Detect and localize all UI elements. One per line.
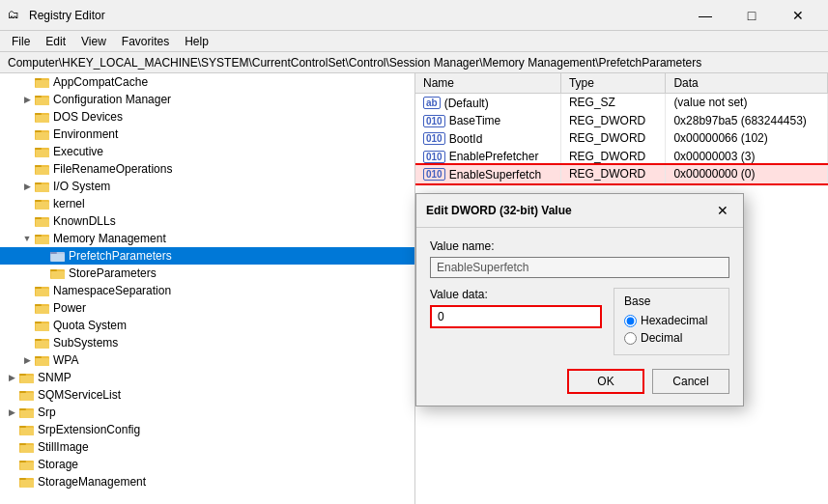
menu-edit[interactable]: Edit bbox=[38, 33, 73, 50]
svg-rect-16 bbox=[35, 165, 42, 167]
menu-view[interactable]: View bbox=[73, 33, 114, 50]
value-data-wrap: Value data: bbox=[430, 288, 602, 328]
hexadecimal-label: Hexadecimal bbox=[641, 314, 707, 327]
close-button[interactable]: ✕ bbox=[776, 3, 820, 28]
menu-help[interactable]: Help bbox=[177, 33, 216, 50]
tree-item-snmp[interactable]: ▶ SNMP bbox=[0, 369, 414, 386]
tree-item-storagemgmt[interactable]: StorageManagement bbox=[0, 473, 414, 490]
maximize-button[interactable]: □ bbox=[729, 3, 774, 28]
expander-dosdev bbox=[19, 109, 35, 125]
hexadecimal-radio[interactable] bbox=[624, 315, 637, 327]
expander-executive bbox=[19, 144, 35, 159]
minimize-button[interactable]: — bbox=[683, 3, 728, 28]
values-row-default[interactable]: ab (Default)REG_SZ(value not set) bbox=[415, 94, 828, 112]
tree-item-prefetchparam[interactable]: PrefetchParameters bbox=[0, 247, 414, 265]
tree-item-appcompat[interactable]: AppCompatCache bbox=[0, 73, 414, 91]
folder-icon-srpextcfg bbox=[19, 422, 35, 437]
expander-namespacesep bbox=[19, 283, 35, 298]
values-row-basetime[interactable]: 010 BaseTimeREG_DWORD0x28b97ba5 (6832444… bbox=[415, 112, 828, 130]
svg-rect-52 bbox=[19, 374, 26, 376]
ok-button[interactable]: OK bbox=[567, 369, 644, 394]
tree-label-filerename: FileRenameOperations bbox=[53, 162, 172, 176]
svg-rect-68 bbox=[20, 462, 34, 470]
expander-knowndlls bbox=[19, 213, 35, 229]
expander-srp: ▶ bbox=[4, 405, 19, 420]
cell-name-enableprefetch: 010 EnablePrefetcher bbox=[415, 148, 560, 166]
tree-item-storeparams[interactable]: StoreParameters bbox=[0, 265, 414, 282]
folder-icon-appcompat bbox=[35, 74, 50, 90]
tree-item-storage[interactable]: Storage bbox=[0, 456, 414, 473]
svg-rect-8 bbox=[36, 115, 49, 123]
decimal-radio[interactable] bbox=[624, 332, 637, 345]
tree-item-subsystems[interactable]: SubSystems bbox=[0, 334, 414, 351]
tree-item-filerename[interactable]: FileRenameOperations bbox=[0, 160, 414, 178]
edit-dword-dialog: Edit DWORD (32-bit) Value ✕ Value name: … bbox=[415, 193, 744, 406]
tree-label-kernel: kernel bbox=[53, 197, 85, 210]
expander-storeparams bbox=[35, 266, 50, 281]
folder-icon-storeparams bbox=[50, 266, 66, 281]
tree-item-sqmsvclist[interactable]: SQMServiceList bbox=[0, 386, 414, 404]
tree-label-wpa: WPA bbox=[53, 353, 78, 367]
folder-icon-kernel bbox=[35, 196, 50, 211]
tree-item-memmgmt[interactable]: ▼ Memory Management bbox=[0, 230, 414, 247]
cell-data-bootid: 0x00000066 (102) bbox=[666, 129, 828, 148]
tree-item-wpa[interactable]: ▶ WPA bbox=[0, 351, 414, 369]
svg-rect-7 bbox=[35, 113, 42, 115]
dialog-close-button[interactable]: ✕ bbox=[712, 200, 733, 221]
expander-stillimage bbox=[4, 439, 19, 455]
values-header-row: Name Type Data bbox=[415, 73, 828, 94]
cancel-button[interactable]: Cancel bbox=[652, 369, 729, 394]
menu-file[interactable]: File bbox=[4, 33, 38, 50]
tree-item-environ[interactable]: Environment bbox=[0, 126, 414, 143]
tree-label-appcompat: AppCompatCache bbox=[53, 75, 148, 89]
tree-item-knowndlls[interactable]: KnownDLLs bbox=[0, 212, 414, 230]
svg-rect-38 bbox=[36, 289, 49, 296]
svg-rect-46 bbox=[35, 339, 42, 341]
expander-snmp: ▶ bbox=[4, 370, 19, 385]
svg-rect-43 bbox=[35, 322, 42, 323]
expander-memmgmt: ▼ bbox=[19, 231, 35, 246]
tree-item-srp[interactable]: ▶ Srp bbox=[0, 404, 414, 421]
expander-storage bbox=[4, 457, 19, 472]
tree-item-executive[interactable]: Executive bbox=[0, 143, 414, 160]
expander-storagemgmt bbox=[4, 474, 19, 490]
folder-icon-environ bbox=[35, 126, 50, 142]
values-row-enablesuperfetch[interactable]: 010 EnableSuperfetchREG_DWORD0x00000000 … bbox=[415, 165, 828, 183]
svg-rect-41 bbox=[36, 306, 49, 314]
title-bar: 🗂 Registry Editor — □ ✕ bbox=[0, 0, 828, 31]
menu-favorites[interactable]: Favorites bbox=[114, 33, 177, 50]
tree-label-prefetchparam: PrefetchParameters bbox=[69, 249, 172, 263]
tree-pane[interactable]: AppCompatCache ▶ Configuration Manager D… bbox=[0, 73, 415, 504]
svg-rect-20 bbox=[36, 184, 49, 192]
folder-icon-power bbox=[35, 300, 50, 316]
tree-item-confmgr[interactable]: ▶ Configuration Manager bbox=[0, 91, 414, 108]
base-label: Base bbox=[624, 294, 719, 308]
values-row-bootid[interactable]: 010 BootIdREG_DWORD0x00000066 (102) bbox=[415, 129, 828, 148]
tree-item-dosdev[interactable]: DOS Devices bbox=[0, 108, 414, 126]
tree-item-quotasys[interactable]: Quota System bbox=[0, 317, 414, 334]
title-bar-left: 🗂 Registry Editor bbox=[8, 8, 105, 23]
cell-data-enableprefetch: 0x00000003 (3) bbox=[666, 148, 828, 166]
cell-data-enablesuperfetch: 0x00000000 (0) bbox=[666, 165, 828, 183]
tree-item-namespacesep[interactable]: NamespaceSeparation bbox=[0, 282, 414, 299]
tree-item-power[interactable]: Power bbox=[0, 299, 414, 317]
radio-decimal-row: Decimal bbox=[624, 331, 719, 345]
tree-item-srpextcfg[interactable]: SrpExtensionConfig bbox=[0, 421, 414, 438]
decimal-label: Decimal bbox=[641, 331, 682, 345]
svg-rect-29 bbox=[36, 237, 49, 244]
svg-rect-4 bbox=[35, 96, 42, 98]
values-row-enableprefetch[interactable]: 010 EnablePrefetcherREG_DWORD0x00000003 … bbox=[415, 148, 828, 166]
expander-confmgr: ▶ bbox=[19, 92, 35, 107]
tree-label-srpextcfg: SrpExtensionConfig bbox=[38, 423, 140, 436]
svg-rect-22 bbox=[35, 200, 42, 202]
tree-item-kernel[interactable]: kernel bbox=[0, 195, 414, 212]
cell-name-basetime: 010 BaseTime bbox=[415, 112, 560, 130]
tree-item-iosys[interactable]: ▶ I/O System bbox=[0, 178, 414, 195]
cell-data-basetime: 0x28b97ba5 (683244453) bbox=[666, 112, 828, 130]
cell-name-default: ab (Default) bbox=[415, 94, 560, 112]
value-name-input[interactable] bbox=[430, 257, 729, 278]
tree-label-storeparams: StoreParameters bbox=[69, 266, 157, 280]
tree-item-stillimage[interactable]: StillImage bbox=[0, 438, 414, 456]
value-type-icon-basetime: 010 BaseTime bbox=[423, 114, 500, 127]
value-data-input[interactable] bbox=[430, 305, 602, 328]
